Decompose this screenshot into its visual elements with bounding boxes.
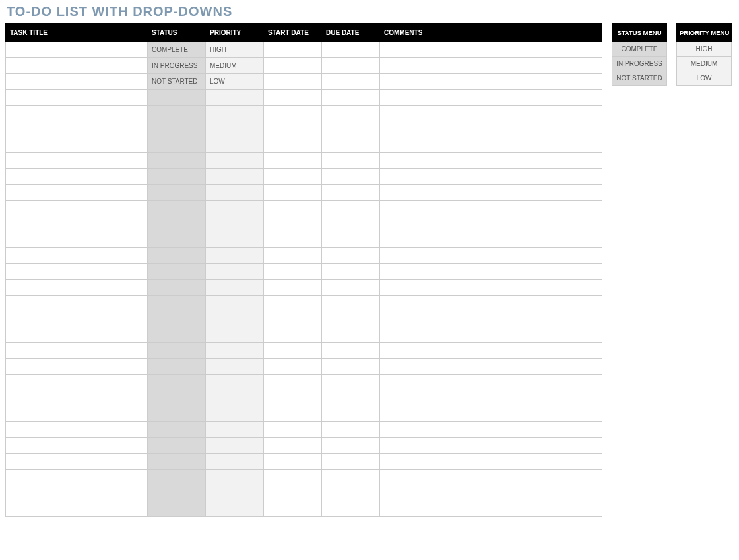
due-cell[interactable] (322, 485, 380, 501)
start-cell[interactable] (264, 90, 322, 106)
comments-cell[interactable] (380, 58, 602, 74)
task-cell[interactable] (6, 153, 148, 169)
priority-dropdown-cell[interactable] (206, 296, 264, 311)
due-cell[interactable] (322, 359, 380, 375)
task-cell[interactable] (6, 454, 148, 470)
due-cell[interactable] (322, 74, 380, 90)
priority-dropdown-cell[interactable] (206, 280, 264, 296)
status-dropdown-cell[interactable] (148, 216, 206, 232)
task-cell[interactable] (6, 216, 148, 232)
due-input[interactable] (322, 264, 379, 279)
comments-cell[interactable] (380, 438, 602, 454)
comments-input[interactable] (380, 185, 602, 200)
due-input[interactable] (322, 375, 379, 390)
task-input[interactable] (6, 359, 147, 374)
priority-dropdown-cell[interactable]: MEDIUM (206, 58, 264, 74)
status-dropdown-cell[interactable] (148, 438, 206, 454)
comments-cell[interactable] (380, 153, 602, 169)
start-input[interactable] (264, 359, 321, 374)
due-input[interactable] (322, 470, 379, 485)
due-cell[interactable] (322, 106, 380, 121)
start-input[interactable] (264, 248, 321, 263)
status-menu-item[interactable]: COMPLETE (612, 42, 667, 57)
start-cell[interactable] (264, 280, 322, 296)
due-cell[interactable] (322, 501, 380, 517)
due-input[interactable] (322, 454, 379, 469)
priority-dropdown-cell[interactable] (206, 121, 264, 137)
comments-cell[interactable] (380, 359, 602, 375)
task-input[interactable] (6, 74, 147, 89)
task-input[interactable] (6, 216, 147, 232)
start-input[interactable] (264, 90, 321, 105)
due-input[interactable] (322, 438, 379, 453)
comments-input[interactable] (380, 90, 602, 105)
comments-input[interactable] (380, 42, 602, 57)
start-input[interactable] (264, 153, 321, 168)
start-cell[interactable] (264, 406, 322, 422)
start-input[interactable] (264, 422, 321, 437)
task-cell[interactable] (6, 501, 148, 517)
status-dropdown-cell[interactable] (148, 201, 206, 216)
task-input[interactable] (6, 232, 147, 247)
task-cell[interactable] (6, 201, 148, 216)
status-dropdown-cell[interactable] (148, 153, 206, 169)
start-cell[interactable] (264, 216, 322, 232)
start-input[interactable] (264, 343, 321, 358)
task-input[interactable] (6, 501, 147, 516)
priority-dropdown-cell[interactable] (206, 375, 264, 390)
start-input[interactable] (264, 137, 321, 152)
comments-input[interactable] (380, 153, 602, 168)
task-cell[interactable] (6, 311, 148, 327)
due-cell[interactable] (322, 201, 380, 216)
start-cell[interactable] (264, 296, 322, 311)
priority-dropdown-cell[interactable] (206, 232, 264, 248)
start-input[interactable] (264, 375, 321, 390)
start-input[interactable] (264, 470, 321, 485)
start-cell[interactable] (264, 501, 322, 517)
comments-input[interactable] (380, 359, 602, 374)
due-cell[interactable] (322, 438, 380, 454)
comments-cell[interactable] (380, 454, 602, 470)
task-input[interactable] (6, 390, 147, 406)
task-input[interactable] (6, 375, 147, 390)
status-dropdown-cell[interactable] (148, 485, 206, 501)
comments-cell[interactable] (380, 375, 602, 390)
priority-dropdown-cell[interactable] (206, 137, 264, 153)
start-cell[interactable] (264, 422, 322, 438)
priority-dropdown-cell[interactable] (206, 153, 264, 169)
start-input[interactable] (264, 169, 321, 184)
priority-dropdown-cell[interactable] (206, 327, 264, 343)
comments-input[interactable] (380, 121, 602, 137)
comments-cell[interactable] (380, 185, 602, 201)
start-cell[interactable] (264, 185, 322, 201)
comments-cell[interactable] (380, 42, 602, 58)
due-input[interactable] (322, 248, 379, 263)
due-input[interactable] (322, 121, 379, 137)
task-input[interactable] (6, 185, 147, 200)
start-cell[interactable] (264, 438, 322, 454)
task-cell[interactable] (6, 58, 148, 74)
due-input[interactable] (322, 185, 379, 200)
task-input[interactable] (6, 311, 147, 327)
due-input[interactable] (322, 201, 379, 216)
task-input[interactable] (6, 485, 147, 501)
due-cell[interactable] (322, 137, 380, 153)
task-cell[interactable] (6, 359, 148, 375)
due-input[interactable] (322, 106, 379, 121)
comments-input[interactable] (380, 470, 602, 485)
task-cell[interactable] (6, 406, 148, 422)
due-input[interactable] (322, 485, 379, 501)
priority-dropdown-cell[interactable] (206, 248, 264, 264)
status-dropdown-cell[interactable] (148, 470, 206, 485)
priority-dropdown-cell[interactable] (206, 169, 264, 185)
status-dropdown-cell[interactable] (148, 137, 206, 153)
start-input[interactable] (264, 327, 321, 342)
start-cell[interactable] (264, 42, 322, 58)
task-cell[interactable] (6, 74, 148, 90)
due-input[interactable] (322, 169, 379, 184)
start-input[interactable] (264, 232, 321, 247)
task-input[interactable] (6, 42, 147, 57)
due-input[interactable] (322, 137, 379, 152)
priority-menu-item[interactable]: HIGH (677, 42, 732, 57)
due-input[interactable] (322, 42, 379, 57)
